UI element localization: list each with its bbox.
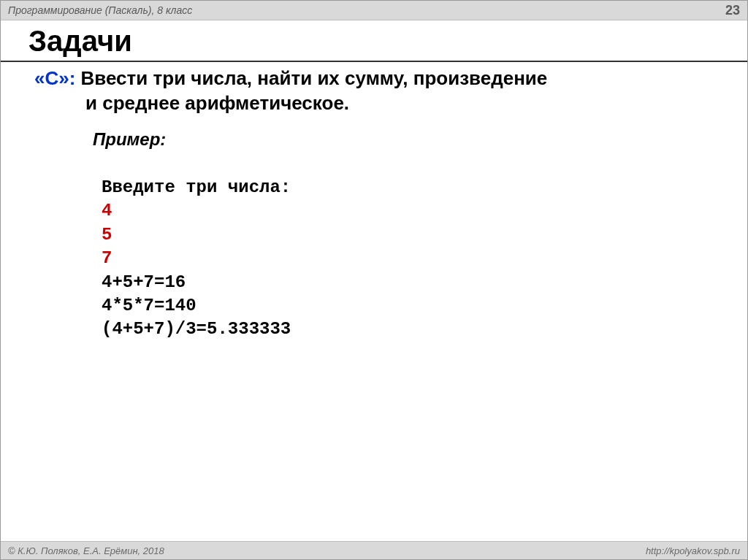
task-label: «С»: <box>34 67 75 89</box>
copyright: © К.Ю. Поляков, Е.А. Ерёмин, 2018 <box>8 545 164 556</box>
example-input-3: 7 <box>102 248 112 268</box>
content-area: «С»: Ввести три числа, найти их сумму, п… <box>1 66 747 342</box>
top-bar: Программирование (Паскаль), 8 класс 23 <box>1 1 747 20</box>
page-number: 23 <box>725 3 740 18</box>
footer-url: http://kpolyakov.spb.ru <box>646 545 740 556</box>
task-text-line1: Ввести три числа, найти их сумму, произв… <box>75 67 547 89</box>
example-output-3: (4+5+7)/3=5.333333 <box>102 319 291 339</box>
course-label: Программирование (Паскаль), 8 класс <box>8 4 192 16</box>
slide: Программирование (Паскаль), 8 класс 23 З… <box>0 0 748 560</box>
example-input-1: 4 <box>102 201 112 220</box>
task-statement: «С»: Ввести три числа, найти их сумму, п… <box>34 66 714 91</box>
example-prompt: Введите три числа: <box>102 177 291 197</box>
example-output-2: 4*5*7=140 <box>102 296 196 315</box>
title-wrap: Задачи <box>1 20 747 62</box>
example-input-2: 5 <box>102 225 112 245</box>
example-output-1: 4+5+7=16 <box>102 272 186 292</box>
slide-title: Задачи <box>28 25 747 58</box>
example-label: Пример: <box>93 129 714 150</box>
task-text-line2: и среднее арифметическое. <box>85 91 714 116</box>
bottom-bar: © К.Ю. Поляков, Е.А. Ерёмин, 2018 http:/… <box>1 541 747 559</box>
example-block: Введите три числа: 4 5 7 4+5+7=16 4*5*7=… <box>102 153 714 342</box>
